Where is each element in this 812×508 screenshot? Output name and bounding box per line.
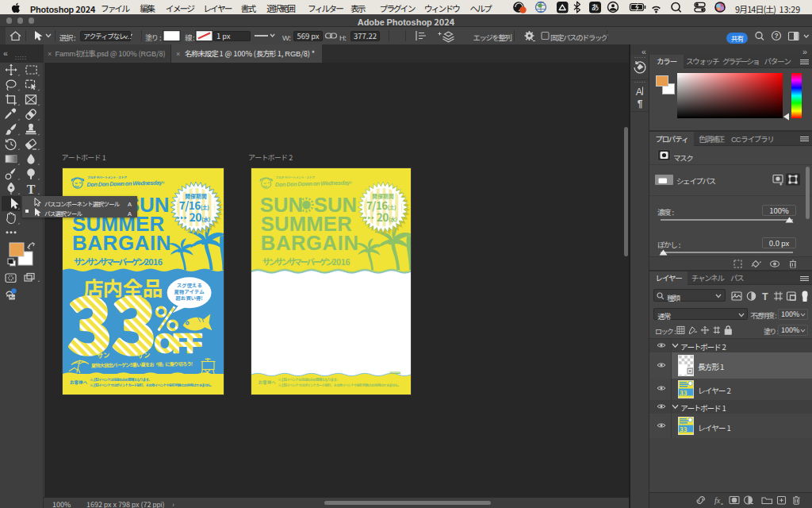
svg-text:BARGAIN: BARGAIN — [71, 225, 170, 255]
svg-text:サン: サン — [136, 348, 150, 359]
svg-text:fx: fx — [714, 496, 721, 505]
svg-text:サンサンサマーバーゲン2016: サンサンサマーバーゲン2016 — [262, 255, 350, 267]
svg-text:サン: サン — [96, 348, 110, 359]
svg-text:OFF: OFF — [154, 322, 201, 360]
svg-text:※上記イベントは当店のみの開催となります。: ※上記イベントは当店のみの開催となります。 — [278, 377, 339, 382]
svg-text:お客様へ: お客様へ — [258, 379, 275, 385]
svg-text:¶: ¶ — [638, 96, 643, 110]
svg-text:サンサンサマーバーゲン2016: サンサンサマーバーゲン2016 — [73, 255, 162, 267]
svg-text:33: 33 — [680, 388, 688, 397]
svg-text:※上記イベントは当店のみの開催となります。: ※上記イベントは当店のみの開催となります。 — [89, 377, 151, 382]
svg-text:?: ? — [774, 30, 778, 40]
svg-text:33: 33 — [680, 425, 688, 433]
svg-text:T: T — [762, 291, 768, 302]
svg-text:お客様へ: お客様へ — [69, 379, 87, 385]
svg-text:超お買い得!: 超お買い得! — [175, 294, 202, 302]
svg-text:T: T — [27, 183, 36, 196]
svg-text:BARGAIN: BARGAIN — [260, 225, 358, 255]
svg-text:あ: あ — [592, 1, 599, 13]
svg-text:※上記イベントではポイントカード割引、その他イベントや割引特: ※上記イベントではポイントカード割引、その他イベントや割引特典との併用はできませ… — [278, 383, 400, 387]
svg-text:※上記イベントではポイントカード割引、その他イベントや割引特: ※上記イベントではポイントカード割引、その他イベントや割引特典との併用はできませ… — [89, 383, 213, 387]
